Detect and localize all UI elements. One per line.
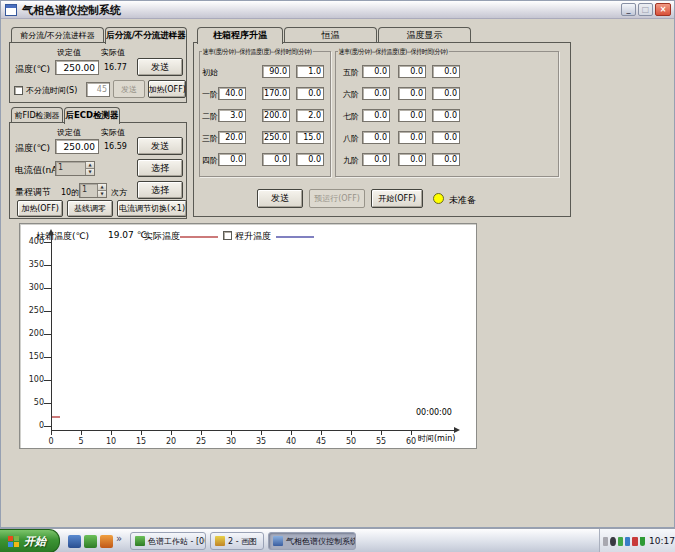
spin-down-icon: ▼ bbox=[98, 191, 106, 197]
detector-current-stepper[interactable]: 1 ▲▼ bbox=[55, 161, 95, 176]
quicklaunch-icon-2[interactable] bbox=[84, 535, 97, 548]
stage-rate-input[interactable] bbox=[218, 87, 246, 100]
oven-start-button[interactable]: 开始(OFF) bbox=[371, 189, 423, 208]
tab-front-fid-detector[interactable]: 前FID检测器 bbox=[11, 107, 63, 123]
stage-rate-input[interactable] bbox=[362, 87, 390, 100]
taskbar-task-paint[interactable]: 2 - 画图 bbox=[210, 532, 264, 550]
stage-temp-input[interactable] bbox=[398, 87, 426, 100]
oven-program-group-right: 速率(度/分钟)--保持温度(度)--保持时间(分钟) 五阶 六阶 七阶 八阶 bbox=[335, 51, 559, 177]
maximize-button[interactable]: □ bbox=[638, 3, 653, 16]
stage-rate-input[interactable] bbox=[362, 109, 390, 122]
paint-icon bbox=[215, 536, 225, 546]
stage-rate-input[interactable] bbox=[218, 153, 246, 166]
stage-rate-input[interactable] bbox=[362, 65, 390, 78]
splitless-time-input[interactable] bbox=[86, 82, 110, 97]
injector-temp-label: 温度(℃) bbox=[15, 63, 50, 76]
stage-time-input[interactable] bbox=[296, 153, 324, 166]
update-icon[interactable] bbox=[625, 537, 630, 546]
legend-actual-line bbox=[180, 236, 218, 238]
spin-up-icon: ▲ bbox=[98, 184, 106, 191]
stage-time-input[interactable] bbox=[296, 131, 324, 144]
title-bar[interactable]: 气相色谱仪控制系统 _ □ × bbox=[1, 1, 674, 19]
detector-heat-button[interactable]: 加热(OFF) bbox=[17, 200, 63, 217]
shield-icon[interactable] bbox=[640, 537, 645, 546]
y-tick-label: 350 bbox=[22, 260, 44, 269]
quicklaunch-icon-1[interactable] bbox=[68, 535, 81, 548]
y-tick-mark bbox=[44, 334, 51, 335]
window-title: 气相色谱仪控制系统 bbox=[22, 3, 121, 18]
clock-icon[interactable] bbox=[610, 537, 615, 546]
x-tick-label: 5 bbox=[71, 437, 91, 446]
tab-temp-display[interactable]: 温度显示 bbox=[378, 27, 471, 43]
program-temp-checkbox[interactable] bbox=[223, 231, 232, 240]
tray-clock: 10:17 bbox=[649, 536, 675, 546]
stage-temp-input[interactable] bbox=[262, 65, 290, 78]
detector-send-button[interactable]: 发送 bbox=[137, 137, 183, 155]
detector-temp-input[interactable] bbox=[55, 139, 99, 154]
group-title: 速率(度/分钟)--保持温度(度)--保持时间(分钟) bbox=[202, 47, 312, 57]
stage-temp-input[interactable] bbox=[262, 87, 290, 100]
detector-zero-button[interactable]: 基线调零 bbox=[67, 200, 113, 217]
stage-time-input[interactable] bbox=[296, 65, 324, 78]
stage-temp-input[interactable] bbox=[262, 131, 290, 144]
injector-panel: 前分流/不分流进样器 后分流/不分流进样器 设定值 实际值 温度(℃) 16.7… bbox=[9, 27, 187, 103]
network-icon[interactable] bbox=[618, 537, 623, 546]
quicklaunch-icon-3[interactable] bbox=[100, 535, 113, 548]
stage-time-input[interactable] bbox=[296, 109, 324, 122]
stage-rate-input[interactable] bbox=[218, 131, 246, 144]
stage-time-input[interactable] bbox=[432, 65, 460, 78]
injector-temp-input[interactable] bbox=[55, 60, 99, 75]
tab-front-injector[interactable]: 前分流/不分流进样器 bbox=[11, 27, 104, 43]
stage-time-input[interactable] bbox=[432, 109, 460, 122]
alert-icon[interactable] bbox=[632, 537, 637, 546]
detector-select2-button[interactable]: 选择 bbox=[137, 181, 183, 199]
oven-panel: 柱箱程序升温 恒温 温度显示 速率(度/分钟)--保持温度(度)--保持时间(分… bbox=[193, 27, 571, 217]
detector-panel: 前FID检测器 后ECD检测器 设定值 实际值 温度(℃) 16.59 发送 电… bbox=[9, 107, 187, 219]
workstation-icon bbox=[135, 536, 145, 546]
x-tick-label: 0 bbox=[41, 437, 61, 446]
x-tick-mark bbox=[231, 430, 232, 435]
splitless-time-checkbox[interactable] bbox=[14, 86, 23, 95]
printer-icon[interactable] bbox=[603, 537, 608, 546]
stage-time-input[interactable] bbox=[432, 87, 460, 100]
x-tick-mark bbox=[351, 430, 352, 435]
stage-time-input[interactable] bbox=[432, 131, 460, 144]
actual-value-header: 实际值 bbox=[101, 47, 125, 58]
y-tick-label: 100 bbox=[22, 375, 44, 384]
task-label: 2 - 画图 bbox=[228, 536, 257, 547]
start-button[interactable]: 开始 bbox=[0, 529, 60, 552]
tab-oven-program[interactable]: 柱箱程序升温 bbox=[197, 27, 283, 44]
detector-current-switch-button[interactable]: 电流调节切换(×1) bbox=[117, 200, 187, 217]
stage-rate-input[interactable] bbox=[362, 153, 390, 166]
taskbar-task-workstation[interactable]: 色谱工作站 - [001] bbox=[130, 532, 206, 550]
tab-rear-injector[interactable]: 后分流/不分流进样器 bbox=[105, 27, 187, 44]
stage-time-input[interactable] bbox=[432, 153, 460, 166]
stage-temp-input[interactable] bbox=[398, 65, 426, 78]
stage-temp-input[interactable] bbox=[398, 109, 426, 122]
detector-range-stepper[interactable]: 1 ▲▼ bbox=[79, 183, 107, 198]
tab-isothermal[interactable]: 恒温 bbox=[284, 27, 377, 43]
injector-heat-button[interactable]: 加热(OFF) bbox=[148, 80, 186, 98]
taskbar-task-gc-control[interactable]: 气相色谱仪控制系统 bbox=[268, 532, 356, 550]
stage-label: 二阶 bbox=[202, 111, 218, 122]
injector-send-button[interactable]: 发送 bbox=[137, 58, 183, 76]
injector-temp-actual: 16.77 bbox=[104, 63, 127, 72]
oven-send-button[interactable]: 发送 bbox=[257, 189, 303, 208]
detector-select1-button[interactable]: 选择 bbox=[137, 159, 183, 177]
stage-temp-input[interactable] bbox=[398, 153, 426, 166]
stage-temp-input[interactable] bbox=[262, 109, 290, 122]
temperature-chart: 柱箱温度(℃) 19.07 ℃ 实际温度 程升温度 40035030025020… bbox=[19, 223, 477, 449]
stage-time-input[interactable] bbox=[296, 87, 324, 100]
stage-rate-input[interactable] bbox=[362, 131, 390, 144]
tab-rear-ecd-detector[interactable]: 后ECD检测器 bbox=[64, 107, 120, 124]
minimize-button[interactable]: _ bbox=[621, 3, 636, 16]
y-tick-mark bbox=[44, 311, 51, 312]
close-button[interactable]: × bbox=[655, 3, 671, 16]
x-tick-mark bbox=[201, 430, 202, 435]
stage-temp-input[interactable] bbox=[262, 153, 290, 166]
quicklaunch-overflow-chevron[interactable]: » bbox=[116, 533, 122, 544]
stage-rate-input[interactable] bbox=[218, 109, 246, 122]
stage-temp-input[interactable] bbox=[398, 131, 426, 144]
stage-label: 初始 bbox=[202, 67, 218, 78]
legend-program-line bbox=[276, 236, 314, 238]
